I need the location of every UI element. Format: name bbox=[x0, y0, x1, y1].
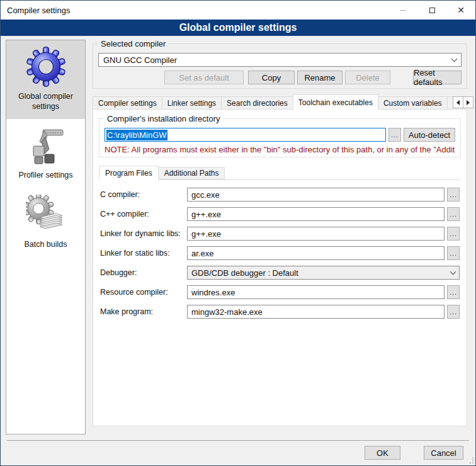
auto-detect-button[interactable]: Auto-detect bbox=[404, 128, 455, 142]
form-row-debugger: Debugger: GDB/CDB debugger : Default bbox=[100, 266, 460, 280]
installation-directory-group: Compiler's installation directory C:\ray… bbox=[99, 118, 461, 157]
field-label: C compiler: bbox=[100, 190, 187, 199]
program-files-tabstrip: Program Files Additional Paths bbox=[99, 166, 461, 179]
delete-button[interactable]: Delete bbox=[345, 71, 390, 84]
linker-dynamic-browse-button[interactable]: ... bbox=[447, 227, 460, 241]
window-controls: ✕ bbox=[388, 1, 475, 20]
arrow-right-icon bbox=[467, 100, 470, 105]
form-row-c-compiler: C compiler: gcc.exe ... bbox=[100, 188, 460, 202]
form-row-linker-static: Linker for static libs: ar.exe ... bbox=[100, 246, 460, 260]
field-label: Linker for static libs: bbox=[100, 249, 187, 258]
page-title: Global compiler settings bbox=[1, 20, 475, 36]
resource-compiler-browse-button[interactable]: ... bbox=[447, 285, 460, 299]
program-files-form: C compiler: gcc.exe ... C++ compiler: g+… bbox=[99, 179, 461, 319]
tab-toolchain-executables[interactable]: Toolchain executables bbox=[293, 94, 378, 110]
form-row-make-program: Make program: mingw32-make.exe ... bbox=[100, 305, 460, 319]
linker-static-browse-button[interactable]: ... bbox=[447, 246, 460, 260]
tab-search-directories[interactable]: Search directories bbox=[221, 96, 293, 110]
linker-dynamic-input[interactable]: g++.exe bbox=[187, 227, 445, 241]
sidebar-item-global-compiler-settings[interactable]: Global compiler settings bbox=[6, 40, 85, 119]
settings-tabstrip: Compiler settings Linker settings Search… bbox=[93, 94, 467, 110]
tab-scroll-right-button[interactable] bbox=[463, 96, 473, 108]
tab-linker-settings[interactable]: Linker settings bbox=[162, 96, 222, 110]
main-panel: Selected compiler GNU GCC Compiler Set a… bbox=[93, 40, 467, 426]
field-label: Linker for dynamic libs: bbox=[100, 229, 187, 238]
window-title: Compiler settings bbox=[1, 6, 70, 15]
blue-gear-icon bbox=[26, 47, 66, 87]
tab-additional-paths[interactable]: Additional Paths bbox=[158, 167, 225, 179]
reset-defaults-button[interactable]: Reset defaults bbox=[413, 71, 462, 84]
tab-compiler-settings[interactable]: Compiler settings bbox=[93, 96, 162, 110]
installation-directory-group-label: Compiler's installation directory bbox=[105, 114, 223, 123]
gray-gear-stack-icon bbox=[26, 195, 66, 235]
close-icon: ✕ bbox=[457, 6, 465, 14]
field-label: Resource compiler: bbox=[100, 288, 187, 297]
field-label: C++ compiler: bbox=[100, 210, 187, 219]
field-label: Debugger: bbox=[100, 268, 187, 277]
resize-grip[interactable] bbox=[467, 457, 473, 463]
arrow-left-icon bbox=[456, 100, 460, 105]
maximize-button[interactable] bbox=[417, 1, 446, 20]
compiler-select-value: GNU GCC Compiler bbox=[103, 55, 177, 65]
minimize-icon bbox=[400, 10, 406, 11]
selected-compiler-group-label: Selected compiler bbox=[98, 39, 168, 48]
cancel-button[interactable]: Cancel bbox=[424, 446, 463, 460]
c-compiler-input[interactable]: gcc.exe bbox=[187, 188, 445, 202]
sidebar-item-batch-builds[interactable]: Batch builds bbox=[6, 188, 85, 258]
browse-directory-button[interactable]: ... bbox=[388, 128, 401, 142]
copy-button[interactable]: Copy bbox=[248, 71, 295, 84]
make-program-browse-button[interactable]: ... bbox=[447, 305, 460, 319]
dialog-footer: OK Cancel bbox=[1, 440, 475, 465]
resource-compiler-input[interactable]: windres.exe bbox=[187, 285, 445, 299]
maximize-icon bbox=[429, 8, 435, 13]
chevron-down-icon bbox=[450, 268, 456, 275]
ok-button[interactable]: OK bbox=[365, 446, 400, 460]
compiler-select[interactable]: GNU GCC Compiler bbox=[98, 53, 462, 67]
debugger-select[interactable]: GDB/CDB debugger : Default bbox=[187, 266, 460, 280]
close-button[interactable]: ✕ bbox=[446, 1, 475, 20]
cpp-compiler-browse-button[interactable]: ... bbox=[447, 207, 460, 221]
sidebar-item-label: Global compiler settings bbox=[8, 92, 83, 111]
c-compiler-browse-button[interactable]: ... bbox=[447, 188, 460, 202]
sidebar-item-profiler-settings[interactable]: Profiler settings bbox=[6, 119, 85, 188]
linker-static-input[interactable]: ar.exe bbox=[187, 246, 445, 260]
tab-custom-variables[interactable]: Custom variables bbox=[378, 96, 448, 110]
installation-directory-note: NOTE: All programs must exist either in … bbox=[105, 145, 455, 154]
sidebar: Global compiler settings Profiler settin… bbox=[6, 40, 86, 435]
rename-button[interactable]: Rename bbox=[297, 71, 343, 84]
cpp-compiler-input[interactable]: g++.exe bbox=[187, 207, 445, 221]
form-row-resource-compiler: Resource compiler: windres.exe ... bbox=[100, 285, 460, 299]
installation-directory-value: C:\raylib\MinGW bbox=[106, 130, 167, 140]
sidebar-item-label: Batch builds bbox=[8, 240, 83, 250]
installation-directory-row: C:\raylib\MinGW ... Auto-detect bbox=[105, 128, 455, 142]
selected-compiler-group: Selected compiler GNU GCC Compiler Set a… bbox=[93, 43, 467, 89]
tab-scroll-left-button[interactable] bbox=[453, 96, 463, 108]
compiler-buttons-row: Set as default Copy Rename Delete Reset … bbox=[98, 71, 462, 84]
make-program-input[interactable]: mingw32-make.exe bbox=[187, 305, 445, 319]
chevron-down-icon bbox=[451, 55, 458, 62]
caliper-cubes-icon bbox=[26, 125, 66, 166]
form-row-cpp-compiler: C++ compiler: g++.exe ... bbox=[100, 207, 460, 221]
tab-program-files[interactable]: Program Files bbox=[99, 166, 159, 180]
set-as-default-button[interactable]: Set as default bbox=[164, 71, 244, 84]
compiler-settings-window: Compiler settings ✕ Global compiler sett… bbox=[0, 0, 476, 466]
field-label: Make program: bbox=[100, 307, 187, 316]
titlebar: Compiler settings ✕ bbox=[1, 1, 475, 20]
minimize-button[interactable] bbox=[388, 1, 417, 20]
tab-scroll-buttons bbox=[453, 96, 473, 108]
toolchain-executables-page: Compiler's installation directory C:\ray… bbox=[93, 109, 467, 426]
installation-directory-input[interactable]: C:\raylib\MinGW bbox=[105, 128, 386, 142]
form-row-linker-dynamic: Linker for dynamic libs: g++.exe ... bbox=[100, 227, 460, 241]
footer-separator bbox=[7, 440, 469, 441]
sidebar-item-label: Profiler settings bbox=[8, 171, 83, 181]
